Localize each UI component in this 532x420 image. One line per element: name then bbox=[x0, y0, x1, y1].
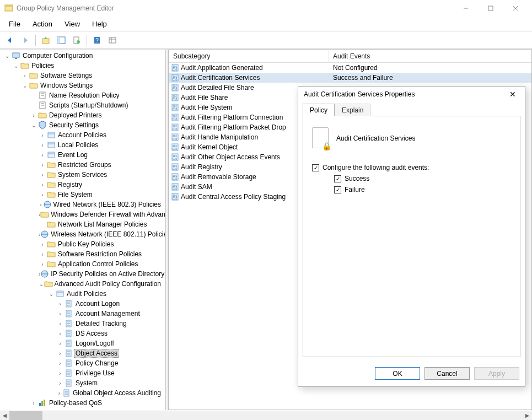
expand-icon[interactable]: ⌄ bbox=[12, 63, 20, 69]
expand-icon[interactable]: › bbox=[56, 301, 64, 307]
expand-icon[interactable]: › bbox=[56, 370, 64, 376]
scroll-left-arrow[interactable]: ◄ bbox=[0, 411, 9, 420]
expand-icon[interactable]: › bbox=[39, 261, 46, 267]
cancel-button[interactable]: Cancel bbox=[424, 367, 470, 380]
expand-icon[interactable]: › bbox=[56, 331, 64, 337]
tab-explain[interactable]: Explain bbox=[335, 104, 370, 116]
tree-admin-templates[interactable]: ›Administrative Templates: Policy defini… bbox=[1, 408, 165, 410]
tree-item-label: Policy-based QoS bbox=[47, 399, 104, 407]
export-list-button[interactable] bbox=[70, 34, 83, 46]
tree-software-settings[interactable]: ›Software Settings bbox=[1, 71, 165, 80]
tree-detailed-tracking[interactable]: ›Detailed Tracking bbox=[1, 319, 165, 329]
expand-icon[interactable]: › bbox=[21, 73, 29, 79]
tree-logon-logoff[interactable]: ›Logon/Logoff bbox=[1, 338, 165, 348]
tree-computer-configuration[interactable]: ⌄Computer Configuration bbox=[1, 51, 165, 61]
forward-button[interactable] bbox=[19, 34, 32, 46]
tree-defender-firewall[interactable]: ›Windows Defender Firewall with Advanced… bbox=[1, 209, 165, 219]
tree-public-key[interactable]: ›Public Key Policies bbox=[1, 239, 165, 249]
expand-icon[interactable]: › bbox=[56, 321, 64, 327]
scroll-right-arrow[interactable]: ► bbox=[523, 411, 532, 420]
expand-icon[interactable]: › bbox=[56, 341, 64, 347]
back-button[interactable] bbox=[3, 34, 17, 46]
tree-audit-policies[interactable]: ⌄Audit Policies bbox=[1, 289, 165, 299]
menu-file[interactable]: File bbox=[3, 18, 26, 30]
tree-restricted-groups[interactable]: ›Restricted Groups bbox=[1, 160, 165, 170]
expand-icon[interactable]: › bbox=[39, 192, 46, 198]
expand-icon[interactable]: › bbox=[39, 202, 43, 208]
tab-policy[interactable]: Policy bbox=[303, 104, 335, 116]
expand-icon[interactable]: › bbox=[56, 360, 64, 367]
expand-icon[interactable]: › bbox=[56, 390, 62, 396]
expand-icon[interactable]: ⌄ bbox=[21, 83, 29, 89]
expand-icon[interactable]: › bbox=[39, 182, 46, 188]
column-subcategory[interactable]: Subcategory bbox=[169, 50, 329, 62]
filter-button[interactable] bbox=[106, 34, 119, 46]
tree-event-log[interactable]: ›Event Log bbox=[1, 150, 165, 160]
ok-button[interactable]: OK bbox=[375, 367, 420, 380]
expand-icon[interactable]: ⌄ bbox=[30, 122, 37, 128]
horizontal-scrollbar[interactable]: ◄ ► bbox=[0, 411, 532, 420]
tree-global-object-access[interactable]: ›Global Object Access Auditing bbox=[1, 388, 165, 398]
tree-policy-qos[interactable]: ›Policy-based QoS bbox=[1, 398, 165, 408]
expand-icon[interactable]: › bbox=[39, 241, 46, 247]
tree-registry[interactable]: ›Registry bbox=[1, 180, 165, 190]
scroll-thumb[interactable] bbox=[9, 411, 42, 420]
expand-icon[interactable]: › bbox=[56, 380, 64, 386]
expand-icon[interactable]: ⌄ bbox=[3, 53, 11, 59]
tree-account-logon[interactable]: ›Account Logon bbox=[1, 299, 165, 309]
expand-icon[interactable]: › bbox=[39, 251, 46, 257]
up-button[interactable] bbox=[39, 34, 52, 46]
expand-icon[interactable]: › bbox=[39, 142, 46, 148]
tree-software-restriction[interactable]: ›Software Restriction Policies bbox=[1, 249, 165, 259]
expand-icon[interactable]: › bbox=[30, 112, 37, 119]
expand-icon[interactable]: › bbox=[39, 162, 46, 168]
list-row[interactable]: 101010Audit Application GeneratedNot Con… bbox=[169, 63, 531, 73]
menu-view[interactable]: View bbox=[59, 18, 85, 30]
show-hide-tree-button[interactable] bbox=[55, 34, 68, 46]
tree-account-management[interactable]: ›Account Management bbox=[1, 309, 165, 319]
tree-network-list[interactable]: ·Network List Manager Policies bbox=[1, 219, 165, 229]
tree-name-resolution[interactable]: ·Name Resolution Policy bbox=[1, 90, 165, 100]
tree-policy-change[interactable]: ›Policy Change bbox=[1, 358, 165, 368]
menu-help[interactable]: Help bbox=[87, 18, 112, 30]
expand-icon[interactable]: › bbox=[39, 172, 46, 178]
tree-security-settings[interactable]: ⌄Security Settings bbox=[1, 120, 165, 130]
dialog-close-button[interactable]: ✕ bbox=[506, 90, 519, 99]
tree-ip-security[interactable]: ›IP Security Policies on Active Director… bbox=[1, 269, 165, 279]
tree-deployed-printers[interactable]: ›Deployed Printers bbox=[1, 110, 165, 120]
configure-checkbox[interactable]: ✓ bbox=[312, 164, 319, 171]
tree-windows-settings[interactable]: ⌄Windows Settings bbox=[1, 80, 165, 90]
success-checkbox[interactable]: ✓ bbox=[334, 175, 341, 182]
expand-icon[interactable]: › bbox=[39, 132, 46, 138]
expand-icon[interactable]: ⌄ bbox=[47, 291, 55, 297]
expand-icon[interactable]: › bbox=[56, 311, 64, 317]
apply-button[interactable]: Apply bbox=[474, 367, 519, 380]
tree-wired-network[interactable]: ›Wired Network (IEEE 802.3) Policies bbox=[1, 200, 165, 209]
close-button[interactable] bbox=[503, 0, 528, 17]
tree-system[interactable]: ›System bbox=[1, 378, 165, 388]
tree-privilege-use[interactable]: ›Privilege Use bbox=[1, 368, 165, 378]
tree-local-policies[interactable]: ›Local Policies bbox=[1, 140, 165, 150]
failure-checkbox[interactable]: ✓ bbox=[334, 186, 341, 193]
tree-system-services[interactable]: ›System Services bbox=[1, 170, 165, 180]
tree-policies[interactable]: ⌄Policies bbox=[1, 61, 165, 71]
tree-ds-access[interactable]: ›DS Access bbox=[1, 329, 165, 338]
list-row[interactable]: 101010Audit Certification ServicesSucces… bbox=[169, 73, 531, 83]
tree-app-control[interactable]: ›Application Control Policies bbox=[1, 259, 165, 269]
expand-icon[interactable]: ⌄ bbox=[39, 281, 44, 287]
expand-icon[interactable]: › bbox=[39, 152, 46, 158]
tree-scripts[interactable]: ·Scripts (Startup/Shutdown) bbox=[1, 100, 165, 110]
tree-advanced-audit[interactable]: ⌄Advanced Audit Policy Configuration bbox=[1, 279, 165, 289]
column-audit-events[interactable]: Audit Events bbox=[329, 50, 531, 62]
help-button[interactable]: ? bbox=[90, 34, 104, 46]
audit-item-icon: 101010 bbox=[169, 163, 180, 171]
expand-icon[interactable]: › bbox=[56, 351, 64, 357]
minimize-button[interactable] bbox=[453, 0, 478, 17]
menu-action[interactable]: Action bbox=[27, 18, 58, 30]
maximize-button[interactable] bbox=[478, 0, 503, 17]
tree-object-access[interactable]: ›Object Access bbox=[1, 348, 165, 358]
tree-account-policies[interactable]: ›Account Policies bbox=[1, 130, 165, 140]
tree-file-system[interactable]: ›File System bbox=[1, 190, 165, 200]
expand-icon[interactable]: › bbox=[30, 400, 37, 406]
tree-wireless-network[interactable]: ›Wireless Network (IEEE 802.11) Policies bbox=[1, 229, 165, 239]
